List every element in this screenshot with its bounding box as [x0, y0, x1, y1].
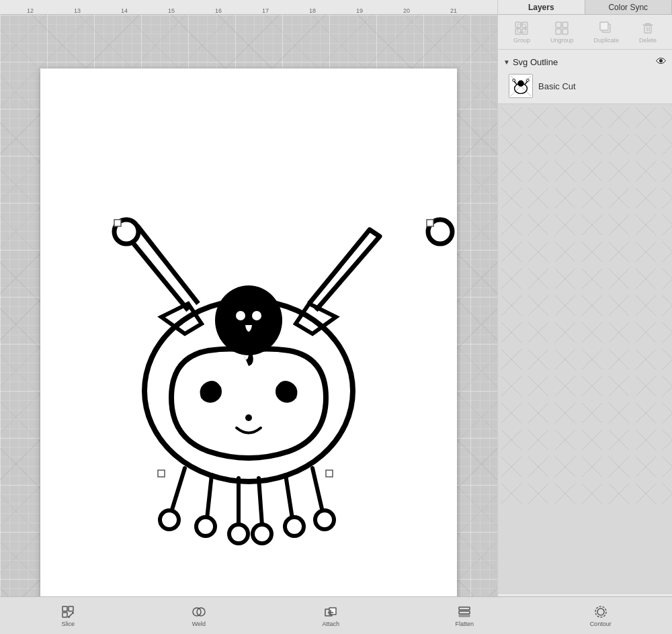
ruler-mark: 20 [403, 7, 410, 14]
background-pattern [498, 104, 672, 507]
ruler-top: 12 13 14 15 16 17 18 19 20 21 [0, 0, 497, 15]
white-canvas [40, 69, 457, 619]
kuromi-drawing [40, 69, 457, 619]
svg-point-43 [527, 79, 530, 82]
svg-rect-47 [62, 606, 67, 611]
ungroup-label: Ungroup [550, 37, 574, 44]
basic-cut-label: Basic Cut [538, 81, 576, 91]
visibility-toggle[interactable]: 👁 [656, 56, 667, 68]
svg-point-52 [72, 612, 74, 614]
svg-rect-33 [600, 22, 608, 30]
svg-point-51 [68, 616, 70, 618]
ruler-mark: 21 [450, 7, 457, 14]
svg-rect-22 [326, 470, 333, 477]
flatten-label: Flatten [456, 621, 474, 627]
weld-label: Weld [192, 621, 206, 627]
svg-rect-48 [69, 606, 73, 611]
svg-rect-61 [459, 615, 470, 617]
svg-point-8 [160, 510, 179, 529]
svg-outline-title: Svg Outline [513, 57, 558, 67]
layer-thumbnail [509, 74, 533, 98]
svg-rect-28 [556, 22, 561, 28]
delete-button[interactable]: Delete [635, 19, 661, 45]
svg-rect-34 [644, 26, 651, 33]
layer-title-row: ▼ Svg Outline [503, 57, 558, 67]
svg-line-9 [207, 475, 212, 518]
panel-tabs: Layers Color Sync [498, 0, 672, 15]
layer-item-basic-cut[interactable]: Basic Cut [503, 71, 667, 101]
duplicate-button[interactable]: Duplicate [589, 19, 623, 45]
svg-rect-49 [62, 613, 67, 617]
svg-line-7 [171, 468, 185, 512]
attach-button[interactable]: Attach [318, 602, 343, 630]
right-panel: Layers Color Sync Group Ungroup [497, 0, 672, 634]
attach-label: Attach [322, 621, 339, 627]
layer-section: ▼ Svg Outline 👁 [498, 50, 672, 104]
svg-rect-31 [562, 29, 568, 34]
canvas-grid[interactable] [0, 15, 497, 634]
svg-point-4 [252, 311, 261, 320]
svg-rect-60 [459, 611, 470, 614]
svg-rect-19 [114, 220, 121, 226]
svg-line-17 [312, 468, 323, 512]
slice-label: Slice [62, 621, 75, 627]
svg-rect-29 [562, 22, 568, 28]
ruler-mark: 19 [356, 7, 363, 14]
delete-label: Delete [639, 37, 657, 44]
ruler-mark: 12 [27, 7, 34, 14]
svg-point-16 [285, 517, 304, 536]
contour-button[interactable]: Contour [586, 602, 616, 630]
contour-label: Contour [590, 621, 612, 627]
svg-point-18 [315, 510, 334, 529]
svg-rect-25 [515, 29, 521, 34]
svg-point-3 [236, 311, 245, 320]
svg-rect-46 [498, 104, 672, 507]
svg-rect-27 [517, 24, 526, 32]
svg-point-1 [245, 414, 252, 421]
svg-rect-59 [459, 607, 470, 610]
svg-point-42 [513, 79, 515, 82]
layer-header: ▼ Svg Outline 👁 [503, 52, 667, 71]
ruler-mark: 18 [309, 7, 316, 14]
tab-color-sync[interactable]: Color Sync [585, 0, 673, 14]
slice-button[interactable]: Slice [56, 602, 79, 630]
duplicate-label: Duplicate [593, 37, 619, 44]
svg-line-15 [286, 475, 292, 518]
svg-line-50 [69, 613, 73, 617]
svg-point-14 [253, 525, 271, 543]
group-button[interactable]: Group [509, 19, 534, 45]
svg-rect-30 [556, 29, 561, 34]
panel-toolbar: Group Ungroup Duplicate [498, 15, 672, 50]
ruler-mark: 14 [121, 7, 128, 14]
chevron-icon: ▼ [503, 58, 510, 66]
svg-rect-26 [522, 29, 528, 34]
ungroup-button[interactable]: Ungroup [546, 19, 578, 45]
panel-background: Blank Canvas [498, 104, 672, 634]
svg-point-10 [196, 517, 215, 536]
ruler-mark: 17 [262, 7, 269, 14]
svg-point-41 [517, 81, 523, 87]
svg-rect-21 [158, 470, 165, 477]
svg-rect-24 [522, 22, 528, 28]
panel-bottom-toolbar: Slice Weld Attach Flatten [0, 596, 672, 634]
svg-point-63 [597, 608, 604, 615]
svg-point-2 [215, 285, 282, 355]
weld-button[interactable]: Weld [187, 602, 210, 630]
svg-line-13 [259, 478, 262, 525]
svg-point-12 [229, 525, 248, 543]
svg-rect-23 [515, 22, 521, 28]
svg-rect-20 [427, 220, 433, 226]
ruler-mark: 16 [215, 7, 222, 14]
tab-layers[interactable]: Layers [498, 0, 585, 14]
canvas-area: 12 13 14 15 16 17 18 19 20 21 [0, 0, 497, 634]
ruler-mark: 15 [168, 7, 175, 14]
group-label: Group [513, 37, 530, 44]
ruler-mark: 13 [74, 7, 81, 14]
flatten-button[interactable]: Flatten [452, 602, 478, 630]
